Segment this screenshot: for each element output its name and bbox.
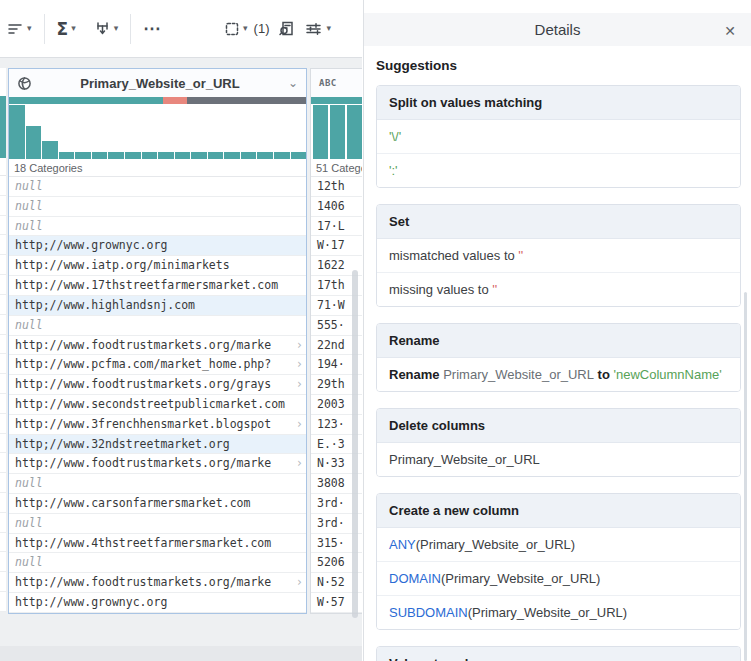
sort-lines-icon xyxy=(7,21,24,37)
cell-value: 22nd xyxy=(317,338,345,352)
suggestion-card: Split on values matching'\/'':' xyxy=(376,85,741,188)
caret-down-icon: ▾ xyxy=(71,24,76,33)
cell-value: 12th xyxy=(317,179,345,193)
cell-value: 17·L xyxy=(317,219,345,233)
selection-mode-button[interactable]: ▾ xyxy=(219,15,253,43)
data-quality-bar[interactable] xyxy=(311,97,362,104)
table-row[interactable]: http://www.pcfma.com/market_home.php?› xyxy=(9,355,306,375)
toolbar-right-group: ▾ (1) ▾ xyxy=(219,14,336,43)
table-row[interactable]: 1406 xyxy=(311,197,362,217)
suggestion-item[interactable]: mismatched values to '' xyxy=(377,239,740,272)
suggestion-item[interactable]: SUBDOMAIN(Primary_Website_or_URL) xyxy=(377,595,740,629)
column-histogram xyxy=(9,104,306,159)
aggregate-button[interactable]: Σ ▾ xyxy=(52,13,81,45)
sort-filter-button[interactable]: ▾ xyxy=(2,15,37,43)
suggestion-item[interactable]: Primary_Website_or_URL xyxy=(377,443,740,476)
table-row[interactable]: http;//www.32ndstreetmarket.org xyxy=(9,435,306,455)
histogram-bar[interactable] xyxy=(274,152,290,159)
histogram-bar[interactable] xyxy=(9,105,25,159)
column-header[interactable]: Primary_Website_or_URL ⌄ xyxy=(9,69,306,97)
table-row[interactable]: http;//www.grownyc.org xyxy=(9,236,306,256)
suggestion-item[interactable]: ANY(Primary_Website_or_URL) xyxy=(377,528,740,561)
column-header[interactable]: ABC xyxy=(311,69,362,97)
suggestion-item[interactable]: Rename Primary_Website_or_URL to 'newCol… xyxy=(377,358,740,391)
grid-vertical-scrollbar[interactable] xyxy=(352,270,358,618)
table-row[interactable]: http://www.foodtrustmarkets.org/marke› xyxy=(9,336,306,356)
horizontal-scroll-track[interactable] xyxy=(0,646,362,661)
histogram-bar[interactable] xyxy=(158,152,174,159)
cell-value: 1406 xyxy=(317,199,345,213)
histogram-bar[interactable] xyxy=(59,152,75,159)
more-options-button[interactable]: ⋯ xyxy=(138,12,166,45)
quality-valid-segment[interactable] xyxy=(311,97,362,104)
table-row[interactable]: http://www.grownyc.org xyxy=(9,593,306,613)
table-row[interactable]: null xyxy=(9,474,306,494)
suggestion-item[interactable]: DOMAIN(Primary_Website_or_URL) xyxy=(377,561,740,595)
table-row[interactable]: 12th xyxy=(311,177,362,197)
table-row[interactable]: null xyxy=(9,553,306,573)
toolbar-divider xyxy=(44,14,45,44)
histogram-bar[interactable] xyxy=(142,152,158,159)
histogram-bar[interactable] xyxy=(347,105,362,159)
truncate-chevron-icon: › xyxy=(296,454,303,474)
suggestion-item[interactable]: '\/' xyxy=(377,120,740,153)
partial-row xyxy=(0,473,6,493)
histogram-bar[interactable] xyxy=(42,141,58,159)
suggestion-text: '' xyxy=(518,248,523,263)
find-button[interactable] xyxy=(273,14,300,43)
histogram-bar[interactable] xyxy=(75,152,91,159)
histogram-bar[interactable] xyxy=(291,152,307,159)
table-row[interactable]: http://www.foodtrustmarkets.org/marke› xyxy=(9,454,306,474)
close-icon[interactable]: ✕ xyxy=(722,21,738,41)
histogram-bar[interactable] xyxy=(257,152,273,159)
suggestion-item[interactable]: ':' xyxy=(377,153,740,187)
cell-value: null xyxy=(15,179,43,193)
join-button[interactable]: ▾ xyxy=(89,14,124,43)
suggestion-card-title: Delete columns xyxy=(377,409,740,443)
view-settings-button[interactable]: ▾ xyxy=(300,15,336,43)
table-row[interactable]: http://www.17thstreetfarmersmarket.com xyxy=(9,276,306,296)
histogram-bar[interactable] xyxy=(330,105,345,159)
table-row[interactable]: null xyxy=(9,197,306,217)
table-row[interactable]: 17·L xyxy=(311,217,362,237)
find-in-data-icon xyxy=(278,20,295,37)
table-row[interactable]: W·17 xyxy=(311,236,362,256)
histogram-bar[interactable] xyxy=(208,152,224,159)
data-quality-bar[interactable] xyxy=(9,97,306,104)
details-panel: Details ✕ Suggestions Split on values ma… xyxy=(363,0,751,661)
suggestion-item[interactable]: missing values to '' xyxy=(377,272,740,306)
table-row[interactable]: http://www.4thstreetfarmersmarket.com xyxy=(9,534,306,554)
table-row[interactable]: http://www.3frenchhensmarket.blogspot› xyxy=(9,415,306,435)
partial-row xyxy=(0,354,6,374)
histogram-bar[interactable] xyxy=(92,152,108,159)
histogram-bar[interactable] xyxy=(224,152,240,159)
toolbar-divider xyxy=(130,14,131,44)
table-row[interactable]: http://www.secondstreetpublicmarket.com xyxy=(9,395,306,415)
suggestion-text: Primary_Website_or_URL xyxy=(389,452,540,467)
table-row[interactable]: http://www.iatp.org/minimarkets xyxy=(9,256,306,276)
truncate-chevron-icon: › xyxy=(296,336,303,356)
chevron-down-icon[interactable]: ⌄ xyxy=(288,78,298,88)
table-row[interactable]: http://www.carsonfarmersmarket.com xyxy=(9,494,306,514)
quality-valid-segment[interactable] xyxy=(9,97,163,104)
quality-mismatched-segment[interactable] xyxy=(163,97,187,104)
histogram-bar[interactable] xyxy=(191,152,207,159)
histogram-bar[interactable] xyxy=(313,105,328,159)
column-primary-website-or-url: Primary_Website_or_URL ⌄ 18 Categories n… xyxy=(8,68,307,614)
suggestion-text: SUBDOMAIN xyxy=(389,605,468,620)
histogram-bar[interactable] xyxy=(108,152,124,159)
table-row[interactable]: null xyxy=(9,514,306,534)
table-row[interactable]: http://www.foodtrustmarkets.org/grays› xyxy=(9,375,306,395)
histogram-bar[interactable] xyxy=(175,152,191,159)
histogram-bar[interactable] xyxy=(26,126,42,159)
table-row[interactable]: null xyxy=(9,217,306,237)
table-row[interactable]: http;//www.highlandsnj.com xyxy=(9,296,306,316)
histogram-bar[interactable] xyxy=(125,152,141,159)
panel-vertical-scrollbar[interactable] xyxy=(744,292,747,661)
table-row[interactable]: http://www.foodtrustmarkets.org/marke› xyxy=(9,573,306,593)
suggestion-text: to xyxy=(594,367,614,382)
table-row[interactable]: null xyxy=(9,177,306,197)
quality-missing-segment[interactable] xyxy=(187,97,306,104)
table-row[interactable]: null xyxy=(9,316,306,336)
histogram-bar[interactable] xyxy=(241,152,257,159)
